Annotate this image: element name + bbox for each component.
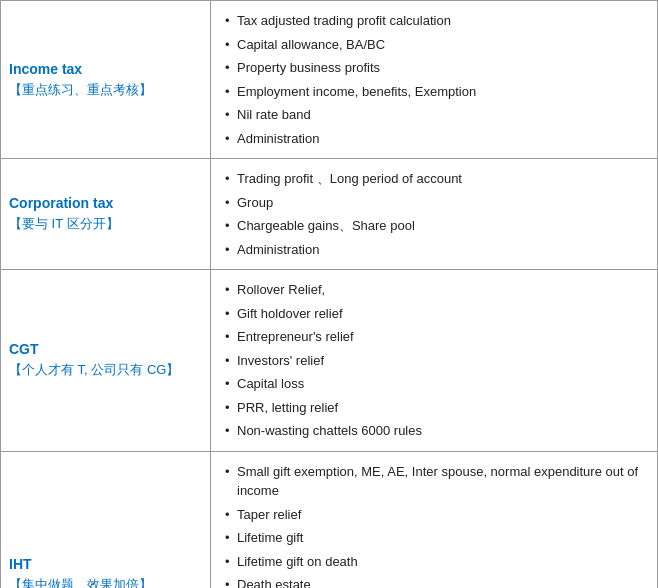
- bullet-list-income-tax: Tax adjusted trading profit calculationC…: [221, 9, 647, 150]
- right-cell-corporation-tax: Trading profit 、Long period of accountGr…: [211, 159, 657, 269]
- list-item: Lifetime gift on death: [221, 550, 647, 574]
- list-item: Trading profit 、Long period of account: [221, 167, 647, 191]
- right-cell-income-tax: Tax adjusted trading profit calculationC…: [211, 1, 657, 158]
- list-item: Taper relief: [221, 503, 647, 527]
- list-item: Rollover Relief,: [221, 278, 647, 302]
- list-item: Group: [221, 191, 647, 215]
- list-item: Investors' relief: [221, 349, 647, 373]
- row-cgt: CGT【个人才有 T, 公司只有 CG】Rollover Relief,Gift…: [1, 270, 657, 452]
- list-item: Small gift exemption, ME, AE, Inter spou…: [221, 460, 647, 503]
- list-item: Capital allowance, BA/BC: [221, 33, 647, 57]
- list-item: Administration: [221, 238, 647, 262]
- list-item: Nil rate band: [221, 103, 647, 127]
- bullet-list-corporation-tax: Trading profit 、Long period of accountGr…: [221, 167, 647, 261]
- bullet-list-iht: Small gift exemption, ME, AE, Inter spou…: [221, 460, 647, 589]
- main-table: Income tax【重点练习、重点考核】Tax adjusted tradin…: [0, 0, 658, 588]
- note-cgt: 【个人才有 T, 公司只有 CG】: [9, 361, 202, 379]
- note-iht: 【集中做题、效果加倍】: [9, 576, 202, 588]
- title-iht: IHT: [9, 556, 202, 572]
- right-cell-cgt: Rollover Relief,Gift holdover reliefEntr…: [211, 270, 657, 451]
- row-iht: IHT【集中做题、效果加倍】Small gift exemption, ME, …: [1, 452, 657, 589]
- left-cell-cgt: CGT【个人才有 T, 公司只有 CG】: [1, 270, 211, 451]
- note-corporation-tax: 【要与 IT 区分开】: [9, 215, 202, 233]
- left-cell-corporation-tax: Corporation tax【要与 IT 区分开】: [1, 159, 211, 269]
- title-income-tax: Income tax: [9, 61, 202, 77]
- list-item: Gift holdover relief: [221, 302, 647, 326]
- list-item: Tax adjusted trading profit calculation: [221, 9, 647, 33]
- list-item: Property business profits: [221, 56, 647, 80]
- title-cgt: CGT: [9, 341, 202, 357]
- row-income-tax: Income tax【重点练习、重点考核】Tax adjusted tradin…: [1, 1, 657, 159]
- list-item: PRR, letting relief: [221, 396, 647, 420]
- row-corporation-tax: Corporation tax【要与 IT 区分开】Trading profit…: [1, 159, 657, 270]
- bullet-list-cgt: Rollover Relief,Gift holdover reliefEntr…: [221, 278, 647, 443]
- list-item: Non-wasting chattels 6000 rules: [221, 419, 647, 443]
- right-cell-iht: Small gift exemption, ME, AE, Inter spou…: [211, 452, 657, 589]
- list-item: Capital loss: [221, 372, 647, 396]
- list-item: Chargeable gains、Share pool: [221, 214, 647, 238]
- note-income-tax: 【重点练习、重点考核】: [9, 81, 202, 99]
- title-corporation-tax: Corporation tax: [9, 195, 202, 211]
- list-item: Death estate: [221, 573, 647, 588]
- list-item: Lifetime gift: [221, 526, 647, 550]
- left-cell-income-tax: Income tax【重点练习、重点考核】: [1, 1, 211, 158]
- left-cell-iht: IHT【集中做题、效果加倍】: [1, 452, 211, 589]
- list-item: Entrepreneur's relief: [221, 325, 647, 349]
- list-item: Administration: [221, 127, 647, 151]
- list-item: Employment income, benefits, Exemption: [221, 80, 647, 104]
